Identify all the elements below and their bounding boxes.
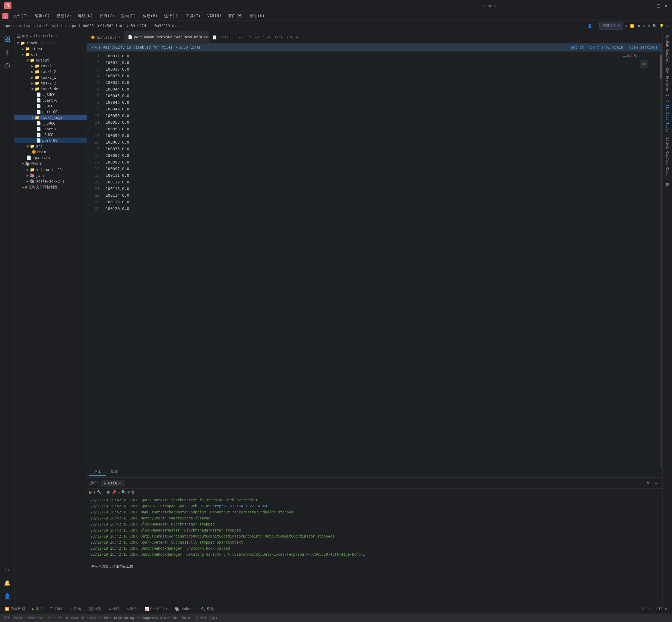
status-run[interactable]: ▶ 运行: [31, 606, 44, 612]
right-panel-promoter[interactable]: Key Promoter X: [665, 65, 670, 98]
breadcrumb-task3[interactable]: task3_logistic: [37, 24, 67, 28]
right-panel-translate[interactable]: 翻译插件: [665, 178, 670, 182]
tree-item-succ4[interactable]: 📄 _SUCC: [14, 132, 86, 138]
tab-csv1[interactable]: 📄 part-00000-fe9fc562-fa4f-4e59-b27d-ccd…: [124, 31, 209, 43]
status-line-col[interactable]: 1:11: [640, 606, 651, 612]
status-encoding[interactable]: UTF-8: [655, 606, 668, 612]
tree-item-task2-2[interactable]: ▶ 📁 task2_2: [14, 80, 86, 86]
sidebar-commit-icon[interactable]: [2, 47, 13, 58]
grid-view-button[interactable]: ⊞: [640, 60, 647, 68]
scrollbar-thumb[interactable]: [660, 55, 662, 79]
tree-item-task3-logi[interactable]: ▼ 📁 task3_logi: [14, 115, 86, 120]
console-filter-btn[interactable]: 🔍: [121, 490, 126, 494]
console-stop-btn[interactable]: ⏹: [106, 490, 110, 494]
sidebar-help-icon[interactable]: 👤: [2, 591, 13, 601]
code-area[interactable]: 100011,0.0100014,0.0100017,0.0100025,0.0…: [102, 51, 660, 467]
console-up-btn[interactable]: ↑: [94, 490, 96, 494]
tree-item-task1-2[interactable]: ▶ 📁 task1_2: [14, 69, 86, 74]
minimize-button[interactable]: —: [648, 4, 653, 8]
tree-toolbar-icon1[interactable]: ☰: [17, 34, 21, 39]
bottom-tab-close[interactable]: ✕: [119, 481, 121, 485]
tree-toolbar-icon4[interactable]: —: [30, 34, 32, 39]
status-todo[interactable]: ☰ TODO: [49, 606, 65, 612]
view-data-btn[interactable]: 数据: [106, 469, 123, 476]
menu-item-v[interactable]: 视图(V): [54, 12, 74, 20]
settings-icon[interactable]: ⚙: [644, 480, 651, 487]
status-terminal[interactable]: ⬛ 终端: [87, 606, 103, 612]
tab-overflow-icon[interactable]: ⋯: [293, 35, 300, 39]
minimize-panel-icon[interactable]: —: [653, 480, 660, 487]
status-build[interactable]: 🔨 构建: [200, 606, 215, 612]
console-wrap-btn[interactable]: ↵: [118, 490, 120, 494]
menu-item-n[interactable]: 导航(N): [75, 12, 96, 20]
console-gear-btn[interactable]: ⚙: [127, 490, 130, 494]
tab-close-main[interactable]: ✕: [118, 35, 120, 39]
maximize-button[interactable]: □: [656, 4, 661, 8]
console-play-btn[interactable]: ▶: [89, 489, 92, 495]
tree-toolbar-icon2[interactable]: ⊟: [22, 34, 25, 39]
config-icon[interactable]: ⚙: [648, 24, 650, 28]
tab-csv2[interactable]: 📄 part-00000-75c5ea07-c3d0-436f-a405-d12…: [209, 31, 293, 43]
menu-item-w[interactable]: 窗口(W): [225, 12, 246, 20]
tree-item-task3-dec[interactable]: ▼ 📁 task3_dec: [14, 86, 86, 92]
tree-item-idea[interactable]: ▶ 📁 .idea: [14, 46, 86, 51]
tree-item-out[interactable]: ▼ 📁 out: [14, 51, 86, 57]
sidebar-settings-icon[interactable]: ⚙: [2, 564, 13, 575]
tree-toolbar-icon3[interactable]: ⚙: [26, 34, 28, 39]
play-icon[interactable]: ▶: [626, 24, 628, 28]
menu-item-f[interactable]: 文件(F): [10, 12, 31, 20]
sidebar-notifications-icon[interactable]: 🔔: [2, 577, 13, 588]
breadcrumb-output[interactable]: output: [19, 24, 32, 28]
view-text-btn[interactable]: 文本: [89, 469, 106, 476]
close-button[interactable]: ✕: [664, 4, 668, 8]
tree-item-jars[interactable]: ▶ 📚 jars: [14, 173, 86, 178]
bottom-tab-main[interactable]: ▶ Main ✕: [101, 480, 125, 487]
bulb-icon[interactable]: 💡: [659, 24, 664, 28]
status-problem[interactable]: ⚠ 问题: [69, 606, 82, 612]
notif-action-settings[interactable]: open settings: [629, 45, 658, 49]
tree-item-temurin[interactable]: ▶ 📁 < temurin-11: [14, 167, 86, 173]
tree-item-main[interactable]: 🔶 Main: [14, 149, 86, 155]
menu-item-r[interactable]: 重构(R): [118, 12, 139, 20]
menu-item-h[interactable]: 帮助(H): [247, 12, 268, 20]
menu-item-e[interactable]: 编辑(E): [32, 12, 52, 20]
sidebar-project-icon[interactable]: [2, 34, 13, 45]
tree-item-part2[interactable]: 📄 part-00: [14, 109, 86, 115]
tree-item-part3[interactable]: 📄 .part-0: [14, 126, 86, 132]
menu-item-u[interactable]: 运行(U): [161, 12, 182, 20]
tree-item-succ1[interactable]: 📄 ._SUCC: [14, 92, 86, 97]
reload-icon[interactable]: ↺: [643, 24, 645, 28]
tree-item-temp[interactable]: ▶ ⚙ 临时文件和控制台: [14, 184, 86, 191]
tree-item-spark[interactable]: ▼ 📁 spark C:\Users\: [14, 40, 86, 46]
tree-back-icon[interactable]: ain.scala ✕: [33, 34, 57, 38]
right-panel-bigdata[interactable]: D Big Data Tools: [665, 98, 670, 135]
notif-action-got-it[interactable]: got it, don't show again: [571, 45, 623, 49]
current-file-button[interactable]: 当前文件 ▾: [599, 22, 623, 30]
stop-icon[interactable]: ⏹: [637, 24, 641, 28]
tree-item-iml[interactable]: 📄 spark.iml: [14, 155, 86, 161]
menu-item-b[interactable]: 构建(B): [140, 12, 161, 20]
tree-item-part4[interactable]: 📄 part-00: [14, 138, 86, 143]
console-trash-btn[interactable]: 🗑: [131, 490, 135, 494]
console-output[interactable]: 23/12/19 20:42:10 INFO SparkContext: Spa…: [87, 496, 662, 604]
status-git[interactable]: 🔀 版本控制: [4, 606, 26, 612]
tree-item-part1[interactable]: 📄 .part-0: [14, 97, 86, 103]
scrollbar-vertical[interactable]: [660, 51, 662, 467]
step-icon[interactable]: ⏩: [630, 24, 635, 28]
tree-item-succ3[interactable]: 📄 ._SUCC: [14, 120, 86, 126]
console-pin-btn[interactable]: 📌: [112, 490, 116, 494]
search-icon[interactable]: 🔍: [652, 24, 657, 28]
sidebar-copilot-icon[interactable]: C: [2, 60, 13, 71]
menu-item-c[interactable]: 代码(C): [97, 12, 117, 20]
right-panel-copilot-chat[interactable]: GitHub Copilot Chat: [665, 135, 670, 178]
status-profiler[interactable]: 📊 Profiler: [143, 606, 169, 612]
tab-main-scala[interactable]: 🔶 ain.scala ✕: [87, 31, 124, 43]
console-tool-btn[interactable]: 🔧: [97, 490, 102, 494]
tree-item-scala[interactable]: ▶ 📚 scala-sdk-2.1: [14, 178, 86, 184]
console-down-btn[interactable]: ↓: [103, 490, 105, 494]
status-hadoop[interactable]: 🐘 Hadoop: [174, 606, 195, 612]
tree-item-succ2[interactable]: 📄 _SUCC: [14, 103, 86, 109]
console-link-1[interactable]: http://192.168.1.221:4040: [213, 504, 267, 508]
status-service[interactable]: ⚙ 服务: [126, 606, 138, 612]
tree-item-task1-1[interactable]: ▶ 📁 task1_1: [14, 63, 86, 69]
